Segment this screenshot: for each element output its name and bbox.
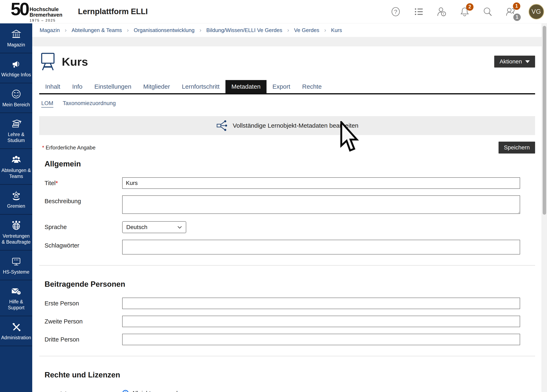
sprache-select[interactable]: Deutsch: [122, 221, 186, 233]
section-title-beitragende: Beitragende Personen: [45, 280, 535, 289]
app-title: Lernplattform ELLI: [78, 7, 148, 16]
sidebar-item-administration[interactable]: Administration: [0, 316, 32, 346]
copyright-label: Copyright: [39, 388, 122, 392]
save-button[interactable]: Speichern: [499, 142, 535, 154]
sprache-label: Sprache: [39, 221, 122, 233]
edit-full-metadata-banner[interactable]: Vollständige Lernobjekt-Metadaten bearbe…: [39, 116, 535, 135]
sidebar-item-wichtige-infos[interactable]: Wichtige Infos: [0, 53, 32, 83]
sidebar-item-vertretungen[interactable]: Vertretungen & Beauftragte: [0, 215, 32, 250]
vertical-scrollbar[interactable]: [542, 23, 547, 392]
form-row-schlagwoerter: Schlagwörter: [39, 240, 535, 255]
user-alert-icon[interactable]: !: [437, 7, 447, 17]
page-content: Kurs Aktionen Inhalt Info Einstellungen …: [32, 52, 542, 392]
breadcrumb-item-organisationsentwicklung[interactable]: Organisationsentwicklung: [134, 27, 194, 34]
topbar-icon-group: ? ! 2: [390, 4, 544, 20]
smiley-icon: [11, 89, 21, 99]
copyright-radio-label: All rights reserved: [132, 390, 178, 392]
search-icon[interactable]: [483, 7, 493, 17]
zweite-person-label: Zweite Person: [39, 316, 122, 327]
titel-required-asterisk: *: [56, 180, 58, 186]
zweite-person-input[interactable]: [122, 316, 520, 327]
breadcrumb-separator: ›: [199, 27, 201, 34]
beschreibung-label: Beschreibung: [39, 195, 122, 215]
section-divider: [39, 265, 535, 266]
breadcrumb-separator: ›: [287, 27, 289, 34]
logo-anniversary-number: 50: [11, 1, 28, 17]
sidebar-item-hs-systeme[interactable]: HS-Systeme: [0, 250, 32, 281]
breadcrumb-item-kurs[interactable]: Kurs: [331, 27, 342, 34]
section-divider: [39, 356, 535, 356]
bell-icon[interactable]: 2: [459, 7, 470, 17]
list-icon[interactable]: [414, 7, 424, 17]
sidebar-item-mein-bereich[interactable]: Mein Bereich: [0, 83, 32, 113]
books-icon: [11, 118, 21, 129]
svg-text:!: !: [443, 12, 444, 16]
tab-rechte[interactable]: Rechte: [296, 80, 328, 93]
metadata-share-icon: [216, 120, 228, 132]
beschreibung-textarea[interactable]: [122, 195, 520, 214]
schlagwoerter-input[interactable]: [122, 240, 520, 255]
form-row-sprache: Sprache Deutsch: [39, 221, 535, 233]
subtab-lom[interactable]: LOM: [41, 100, 53, 108]
breadcrumb-item-magazin[interactable]: Magazin: [40, 27, 60, 34]
form-row-zweite-person: Zweite Person: [39, 316, 535, 327]
monitor-icon: [11, 256, 21, 267]
help-icon[interactable]: ?: [390, 7, 401, 17]
tab-einstellungen[interactable]: Einstellungen: [88, 80, 137, 93]
form-row-titel: Titel*: [39, 177, 535, 189]
sidebar-item-abteilungen-teams[interactable]: Abteilungen & Teams: [0, 149, 32, 185]
breadcrumb-item-ve-gerdes[interactable]: Ve Gerdes: [294, 27, 319, 34]
form-row-dritte-person: Dritte Person: [39, 334, 535, 345]
actions-button[interactable]: Aktionen: [494, 56, 535, 68]
titel-label: Titel*: [39, 177, 122, 189]
required-asterisk: *: [42, 144, 44, 151]
university-logo: 50 Hochschule Bremerhaven 1975 – 2025: [11, 1, 62, 23]
breadcrumb-item-bildung-wissen[interactable]: Bildung/Wissen/ELLI Ve Gerdes: [206, 27, 282, 34]
logo-years: 1975 – 2025: [30, 19, 62, 23]
required-hint: * Erforderliche Angabe: [39, 144, 96, 151]
form-row-copyright: Copyright All rights reserved: [39, 388, 535, 392]
subtab-bar: LOM Taxonomiezuordnung: [39, 100, 535, 108]
tab-metadaten[interactable]: Metadaten: [226, 80, 267, 93]
tab-export[interactable]: Export: [267, 80, 296, 93]
megaphone-icon: [11, 59, 21, 69]
sidebar-item-hilfe-support[interactable]: ? Hilfe & Support: [0, 280, 32, 316]
actions-button-label: Aktionen: [499, 58, 522, 65]
breadcrumb-separator: ›: [324, 27, 326, 34]
section-title-allgemein: Allgemein: [45, 160, 535, 168]
logo-name-line1: Hochschule: [30, 7, 62, 12]
chevron-down-icon: [177, 226, 182, 229]
svg-text:?: ?: [18, 291, 20, 295]
notifications-badge: 2: [466, 3, 473, 11]
schlagwoerter-label: Schlagwörter: [39, 240, 122, 255]
subtab-taxonomiezuordnung[interactable]: Taxonomiezuordnung: [63, 100, 116, 108]
sidebar-item-gremien[interactable]: Gremien: [0, 185, 32, 215]
people-group-icon: [11, 154, 21, 165]
sidebar-filler: [0, 346, 32, 392]
scrollbar-thumb[interactable]: [543, 26, 546, 215]
dritte-person-input[interactable]: [122, 334, 520, 345]
main-content-area: Magazin › Abteilungen & Teams › Organisa…: [32, 23, 542, 392]
logo-name-line2: Bremerhaven: [30, 12, 62, 18]
tab-lernfortschritt[interactable]: Lernfortschritt: [176, 80, 226, 93]
titel-input[interactable]: [122, 177, 520, 189]
breadcrumb: Magazin › Abteilungen & Teams › Organisa…: [32, 23, 542, 37]
copyright-radio[interactable]: [122, 390, 129, 392]
erste-person-input[interactable]: [122, 297, 520, 309]
sidebar-item-magazin[interactable]: Magazin: [0, 23, 32, 53]
contacts-icon[interactable]: 1 1: [506, 7, 516, 17]
dritte-person-label: Dritte Person: [39, 334, 122, 345]
course-board-icon: [39, 52, 56, 71]
tab-mitglieder[interactable]: Mitglieder: [137, 80, 176, 93]
avatar[interactable]: VG: [528, 4, 544, 20]
main-sidebar: Magazin Wichtige Infos Mein Bereich Lehr…: [0, 23, 32, 392]
breadcrumb-item-abteilungen[interactable]: Abteilungen & Teams: [72, 27, 122, 34]
tab-inhalt[interactable]: Inhalt: [39, 80, 66, 93]
form-row-erste-person: Erste Person: [39, 297, 535, 309]
tab-underline: [39, 93, 535, 95]
form-row-beschreibung: Beschreibung: [39, 195, 535, 215]
contacts-badge-secondary: 1: [513, 14, 521, 21]
sidebar-item-lehre-studium[interactable]: Lehre & Studium: [0, 113, 32, 149]
sprache-selected-value: Deutsch: [126, 224, 147, 230]
tab-info[interactable]: Info: [66, 80, 88, 93]
